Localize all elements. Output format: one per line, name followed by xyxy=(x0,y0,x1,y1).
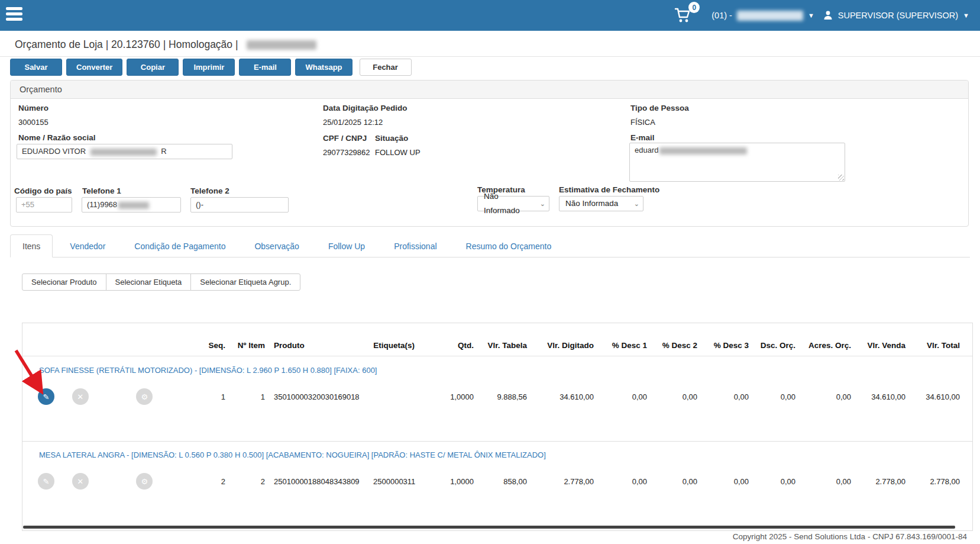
tipo-pessoa-label: Tipo de Pessoa xyxy=(630,104,689,112)
data-digitacao-value: 25/01/2025 12:12 xyxy=(323,118,407,127)
cell-item: 2 xyxy=(225,477,265,486)
col-acres-orc: Acres. Orç. xyxy=(795,341,851,350)
edit-pencil-button[interactable]: ✎ xyxy=(38,473,54,490)
chevron-down-icon: ⌄ xyxy=(634,197,639,211)
tab-condicao-de-pagamento[interactable]: Condição de Pagamento xyxy=(122,234,237,257)
cell-seq: 2 xyxy=(197,477,225,486)
telefone1-label: Telefone 1 xyxy=(82,186,121,195)
settings-gear-button[interactable]: ⚙ xyxy=(136,473,153,490)
cell-vlr-total: 34.610,00 xyxy=(905,392,960,401)
cell-seq: 1 xyxy=(197,392,225,401)
cpf-cnpj-value: 29077329862 xyxy=(323,148,370,157)
telefone1-value-prefix: (11)9968 xyxy=(87,200,117,209)
cell-vlr-venda: 2.778,00 xyxy=(851,477,905,486)
whatsapp-button[interactable]: Whatsapp xyxy=(295,59,352,76)
cell-produto: 35010000320030169018 xyxy=(265,392,373,401)
fechar-button[interactable]: Fechar xyxy=(360,59,412,76)
tab-profissional[interactable]: Profissional xyxy=(382,234,448,257)
nome-redacted xyxy=(90,149,157,156)
col-desc2: % Desc 2 xyxy=(647,341,697,350)
codigo-pais-value: +55 xyxy=(21,200,34,209)
cell-desc1: 0,00 xyxy=(594,392,647,401)
shopping-cart-button[interactable]: 0 xyxy=(674,5,695,25)
orcamento-panel-title: Orçamento xyxy=(11,81,968,99)
tab-itens[interactable]: Itens xyxy=(10,234,53,257)
cell-desc1: 0,00 xyxy=(594,477,647,486)
table-row: MESA LATERAL ANGRA - [DIMENSÃO: L 0.560 … xyxy=(22,442,972,505)
user-menu-dropdown[interactable]: SUPERVISOR (SUPERVISOR) ▼ xyxy=(823,10,969,21)
copiar-button[interactable]: Copiar xyxy=(127,59,179,76)
converter-button[interactable]: Converter xyxy=(66,59,122,76)
tab-resumo-do-orcamento[interactable]: Resumo do Orçamento xyxy=(454,234,564,257)
data-digitacao-label: Data Digitação Pedido xyxy=(323,104,407,112)
cell-vlr-total: 2.778,00 xyxy=(905,477,960,486)
situacao-value: FOLLOW UP xyxy=(375,148,421,157)
items-table-header: Seq. Nº Item Produto Etiqueta(s) Qtd. Vl… xyxy=(22,323,972,356)
situacao-label: Situação xyxy=(375,134,421,143)
table-row: SOFA FINESSE (RETRÁTIL MOTORIZADO) - [DI… xyxy=(22,356,972,442)
store-selector-dropdown[interactable]: (01) - ▼ xyxy=(711,11,814,21)
cell-vlr-venda: 34.610,00 xyxy=(851,392,905,401)
selecionar-etiqueta-agrup-button[interactable]: Selecionar Etiqueta Agrup. xyxy=(190,273,300,291)
cell-vlr-tabela: 858,00 xyxy=(474,477,527,486)
email-textarea[interactable]: eduard xyxy=(629,143,845,182)
orcamento-panel: Orçamento Número 3000155 Nome / Razão so… xyxy=(10,80,969,227)
imprimir-button[interactable]: Imprimir xyxy=(183,59,235,76)
numero-label: Número xyxy=(18,104,48,112)
estimativa-fechamento-label: Estimativa de Fechamento xyxy=(559,185,659,194)
cell-vlr-digitado: 2.778,00 xyxy=(527,477,594,486)
col-vlr-venda: Vlr. Venda xyxy=(851,341,905,350)
cpf-cnpj-label: CPF / CNPJ xyxy=(323,134,370,143)
person-icon xyxy=(823,10,833,21)
col-item: Nº Item xyxy=(225,341,265,350)
email-button[interactable]: E-mail xyxy=(239,59,291,76)
hamburger-menu-icon[interactable] xyxy=(6,7,22,23)
selecionar-produto-button[interactable]: Selecionar Produto xyxy=(22,273,106,291)
nome-input[interactable]: EDUARDO VITOR R xyxy=(17,144,232,159)
cart-count-badge: 0 xyxy=(688,2,700,13)
cell-acres-orc: 0,00 xyxy=(795,477,851,486)
temperatura-select[interactable]: Não Informado ⌄ xyxy=(477,196,549,211)
cell-produto: 25010000188048343809 xyxy=(265,477,373,486)
codigo-pais-input[interactable]: +55 xyxy=(16,197,72,213)
settings-gear-button[interactable]: ⚙ xyxy=(136,388,153,405)
action-toolbar: Salvar Converter Copiar Imprimir E-mail … xyxy=(10,59,412,76)
telefone1-input[interactable]: (11)9968 xyxy=(82,197,181,213)
cell-acres-orc: 0,00 xyxy=(795,392,851,401)
codigo-pais-label: Código do país xyxy=(14,186,72,195)
email-redacted xyxy=(659,147,747,154)
col-desc3: % Desc 3 xyxy=(697,341,749,350)
col-etiquetas: Etiqueta(s) xyxy=(373,341,415,350)
horizontal-scrollbar[interactable] xyxy=(23,526,955,529)
remove-x-button[interactable]: ✕ xyxy=(72,388,89,405)
tab-vendedor[interactable]: Vendedor xyxy=(58,234,117,257)
col-produto: Produto xyxy=(265,341,373,350)
product-title-link[interactable]: MESA LATERAL ANGRA - [DIMENSÃO: L 0.560 … xyxy=(22,449,972,461)
page-title: Orçamento de Loja | 20.123760 | Homologa… xyxy=(15,38,316,51)
edit-pencil-button[interactable]: ✎ xyxy=(38,388,54,405)
cell-etiquetas: 2500000311 xyxy=(373,477,415,486)
store-name-redacted xyxy=(737,11,803,21)
col-qtd: Qtd. xyxy=(415,341,474,350)
estimativa-fechamento-select[interactable]: Não Informada ⌄ xyxy=(559,196,643,211)
selecionar-etiqueta-button[interactable]: Selecionar Etiqueta xyxy=(106,273,192,291)
tab-observacao[interactable]: Observação xyxy=(242,234,311,257)
store-selector-prefix: (01) - xyxy=(711,11,732,20)
remove-x-button[interactable]: ✕ xyxy=(72,473,89,490)
product-title-link[interactable]: SOFA FINESSE (RETRÁTIL MOTORIZADO) - [DI… xyxy=(22,365,972,376)
cell-dsc-orc: 0,00 xyxy=(749,392,795,401)
telefone1-redacted xyxy=(118,202,149,209)
chevron-down-icon: ▼ xyxy=(808,12,814,19)
nome-value-suffix: R xyxy=(161,147,166,156)
col-vlr-tabela: Vlr. Tabela xyxy=(474,341,527,350)
footer-copyright: Copyright 2025 - Send Solutions Ltda - C… xyxy=(733,532,967,541)
items-table: Seq. Nº Item Produto Etiqueta(s) Qtd. Vl… xyxy=(22,323,973,531)
email-value-prefix: eduard xyxy=(635,146,658,154)
col-dsc-orc: Dsc. Orç. xyxy=(749,341,795,350)
tab-follow-up[interactable]: Follow Up xyxy=(316,234,377,257)
salvar-button[interactable]: Salvar xyxy=(10,59,62,76)
temperatura-value: Não Informado xyxy=(484,189,536,218)
col-vlr-total: Vlr. Total xyxy=(905,341,960,350)
page-title-redacted xyxy=(247,40,316,50)
telefone2-input[interactable]: ()- xyxy=(190,197,289,213)
